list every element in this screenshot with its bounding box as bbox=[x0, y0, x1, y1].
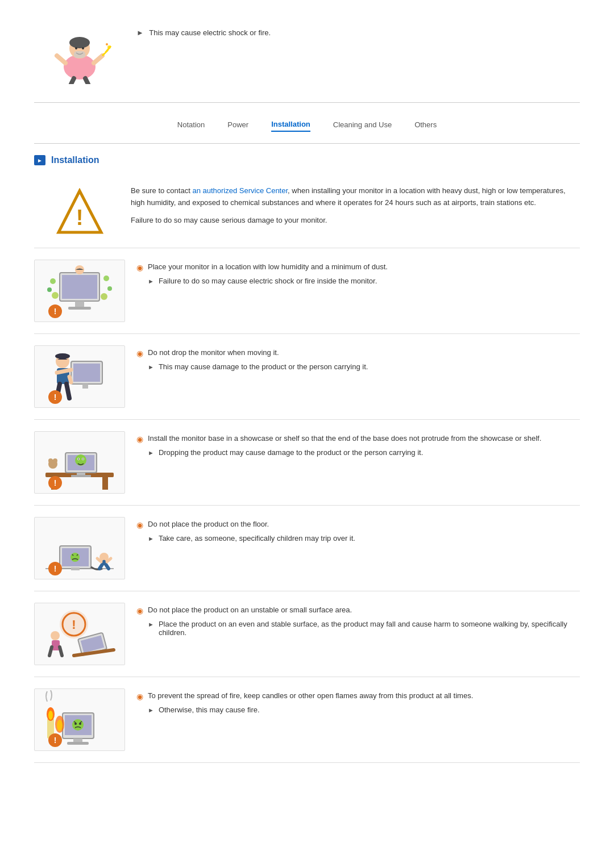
authorized-service-link[interactable]: an authorized Service Center bbox=[192, 186, 288, 195]
page-wrapper: ► This may cause electric shock or fire.… bbox=[0, 0, 614, 774]
item-image-2: ! bbox=[34, 345, 125, 408]
fire-monitor-illustration: ! bbox=[43, 690, 117, 750]
item-sub-text-5: Place the product on an even and stable … bbox=[159, 620, 580, 637]
triangle-bullet-5: ► bbox=[148, 621, 154, 628]
item-main-2: ◉ Do not drop the monitor when moving it… bbox=[136, 348, 580, 358]
item-sub-5: ► Place the product on an even and stabl… bbox=[136, 620, 580, 637]
svg-line-33 bbox=[57, 370, 71, 373]
item-content-4: ◉ Do not place the product on the floor.… bbox=[136, 517, 580, 542]
item-sub-text-6: Otherwise, this may cause fire. bbox=[159, 706, 260, 714]
svg-rect-41 bbox=[102, 477, 108, 490]
item-image-5: ! bbox=[34, 603, 125, 665]
svg-line-11 bbox=[85, 78, 88, 84]
svg-text:!: ! bbox=[72, 617, 76, 632]
triangle-bullet-6: ► bbox=[148, 707, 154, 713]
tab-power[interactable]: Power bbox=[227, 120, 248, 131]
svg-line-10 bbox=[71, 78, 74, 84]
svg-point-89 bbox=[74, 723, 77, 725]
svg-point-23 bbox=[101, 293, 107, 300]
svg-text:!: ! bbox=[76, 206, 83, 229]
triangle-bullet-4: ► bbox=[148, 535, 154, 542]
item-block-6: ! ◉ To prevent the spread of fire, keep … bbox=[34, 677, 580, 763]
item-main-4: ◉ Do not place the product on the floor. bbox=[136, 520, 580, 529]
svg-point-31 bbox=[55, 353, 70, 359]
item-block-4: ! ◉ Do not place the product on the floo… bbox=[34, 506, 580, 591]
tab-notation[interactable]: Notation bbox=[177, 120, 205, 131]
item-main-text-6: To prevent the spread of fire, keep cand… bbox=[148, 691, 473, 700]
item-image-1: ! bbox=[34, 260, 125, 322]
item-block-5: ! ◉ Do not place the product on an unsta… bbox=[34, 591, 580, 677]
svg-point-20 bbox=[52, 292, 59, 299]
section-icon: ► bbox=[34, 155, 45, 165]
item-sub-3: ► Dropping the product may cause damage … bbox=[136, 448, 580, 457]
svg-point-9 bbox=[106, 43, 108, 45]
moving-monitor-illustration: ! bbox=[43, 347, 117, 407]
nav-tabs: Notation Power Installation Cleaning and… bbox=[34, 103, 580, 144]
svg-rect-5 bbox=[74, 51, 85, 58]
triangle-bullet-1: ► bbox=[148, 278, 154, 285]
tab-others[interactable]: Others bbox=[414, 120, 437, 131]
svg-line-6 bbox=[57, 56, 65, 63]
item-image-3: ! bbox=[34, 431, 125, 494]
svg-point-55 bbox=[53, 458, 57, 463]
orange-bullet-6: ◉ bbox=[136, 692, 143, 701]
item-main-text-3: Install the monitor base in a showcase o… bbox=[148, 434, 541, 443]
item-main-text-4: Do not place the product on the floor. bbox=[148, 520, 269, 528]
svg-point-3 bbox=[75, 47, 77, 49]
item-main-1: ◉ Place your monitor in a location with … bbox=[136, 262, 580, 272]
item-main-text-5: Do not place the product on an unstable … bbox=[148, 606, 352, 614]
svg-point-21 bbox=[103, 276, 109, 281]
svg-rect-17 bbox=[68, 307, 91, 310]
svg-point-22 bbox=[107, 286, 112, 291]
orange-bullet-5: ◉ bbox=[136, 606, 143, 615]
triangle-bullet-2: ► bbox=[148, 364, 154, 370]
svg-point-86 bbox=[72, 719, 84, 731]
item-block-3: ! ◉ Install the monitor base in a showca… bbox=[34, 420, 580, 506]
item-sub-text-3: Dropping the product may cause damage to… bbox=[159, 448, 423, 457]
item-image-4: ! bbox=[34, 517, 125, 579]
item-image-6: ! bbox=[34, 688, 125, 751]
item-content-6: ◉ To prevent the spread of fire, keep ca… bbox=[136, 688, 580, 714]
top-section: ► This may cause electric shock or fire. bbox=[34, 11, 580, 103]
svg-line-36 bbox=[67, 384, 69, 398]
svg-text:!: ! bbox=[54, 736, 57, 745]
orange-bullet-2: ◉ bbox=[136, 349, 143, 358]
electric-shock-image bbox=[34, 23, 125, 85]
svg-line-7 bbox=[94, 56, 102, 63]
orange-bullet-4: ◉ bbox=[136, 520, 143, 529]
tab-installation[interactable]: Installation bbox=[271, 120, 310, 132]
floor-monitor-illustration: ! bbox=[43, 519, 117, 578]
triangle-warning-icon: ! bbox=[56, 188, 104, 236]
item-sub-text-1: Failure to do so may cause electric shoc… bbox=[159, 277, 377, 285]
item-main-5: ◉ Do not place the product on an unstabl… bbox=[136, 606, 580, 615]
svg-rect-45 bbox=[71, 475, 91, 477]
orange-bullet-3: ◉ bbox=[136, 435, 143, 444]
unstable-surface-illustration: ! bbox=[43, 604, 117, 664]
installation-warning-text: Be sure to contact an authorized Service… bbox=[125, 185, 580, 232]
top-warning-text: ► This may cause electric shock or fire. bbox=[136, 23, 271, 37]
svg-rect-15 bbox=[62, 275, 97, 299]
svg-point-83 bbox=[48, 711, 53, 720]
item-sub-1: ► Failure to do so may cause electric sh… bbox=[136, 277, 580, 285]
woman-electric-illustration bbox=[45, 24, 114, 84]
shelf-monitor-illustration: ! bbox=[43, 433, 117, 493]
triangle-bullet-3: ► bbox=[148, 449, 154, 456]
item-content-3: ◉ Install the monitor base in a showcase… bbox=[136, 431, 580, 457]
item-content-2: ◉ Do not drop the monitor when moving it… bbox=[136, 345, 580, 371]
section-header: ► Installation bbox=[34, 144, 580, 174]
svg-line-34 bbox=[69, 377, 71, 382]
svg-point-2 bbox=[69, 37, 90, 48]
svg-point-76 bbox=[51, 631, 60, 640]
item-main-3: ◉ Install the monitor base in a showcase… bbox=[136, 434, 580, 444]
item-sub-4: ► Take care, as someone, specifically ch… bbox=[136, 534, 580, 542]
item-sub-2: ► This may cause damage to the product o… bbox=[136, 362, 580, 371]
item-block-1: ! ◉ Place your monitor in a location wit… bbox=[34, 248, 580, 334]
svg-point-49 bbox=[78, 458, 79, 460]
monitor-dust-illustration: ! bbox=[43, 261, 117, 321]
tab-cleaning-and-use[interactable]: Cleaning and Use bbox=[333, 120, 392, 131]
item-sub-text-4: Take care, as someone, specifically chil… bbox=[159, 534, 355, 542]
svg-rect-59 bbox=[71, 567, 80, 570]
svg-point-50 bbox=[82, 458, 84, 460]
svg-point-65 bbox=[70, 553, 80, 562]
svg-point-8 bbox=[107, 45, 111, 49]
